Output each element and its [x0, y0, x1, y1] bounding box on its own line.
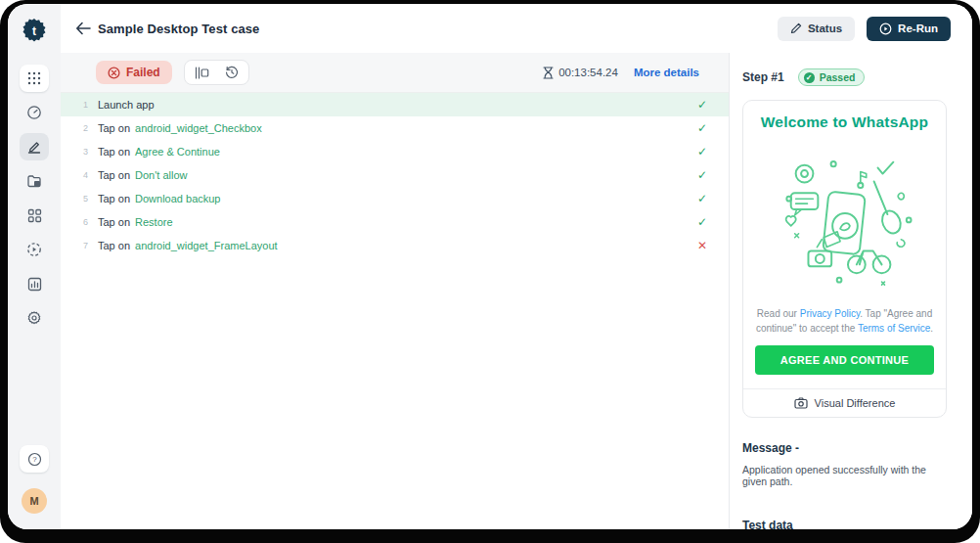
step-target-link[interactable]: android_widget_FrameLayout [135, 240, 278, 251]
step-row[interactable]: 6Tap onRestore✓ [61, 210, 729, 234]
visual-difference-button[interactable]: Visual Difference [743, 388, 946, 417]
step-passed-check-icon: ✓ [697, 122, 707, 134]
sidebar-item-settings[interactable] [20, 304, 49, 332]
step-number: 5 [61, 194, 98, 204]
timer-value: 00:13:54.24 [558, 67, 618, 78]
reports-chart-icon [27, 277, 42, 292]
folder-icon [26, 173, 42, 189]
back-arrow-icon [75, 22, 91, 35]
agree-and-continue-button[interactable]: AGREE AND CONTINUE [755, 345, 934, 375]
step-action-label: Tap on [98, 193, 130, 204]
steps-toolbar: Failed [61, 53, 729, 92]
more-details-link[interactable]: More details [634, 67, 699, 78]
sidebar-item-projects[interactable] [20, 167, 49, 195]
svg-text:?: ? [32, 455, 37, 464]
sidebar-item-editor[interactable] [20, 133, 49, 160]
rerun-play-icon [879, 23, 892, 35]
settings-gear-icon [26, 310, 42, 326]
back-button[interactable] [72, 18, 94, 39]
step-passed-check-icon: ✓ [697, 99, 707, 111]
svg-text:t: t [32, 24, 36, 38]
step-number: 1 [61, 100, 98, 110]
step-row[interactable]: 7Tap onandroid_widget_FrameLayout✕ [61, 234, 729, 257]
step-row[interactable]: 3Tap onAgree & Continue✓ [61, 140, 729, 163]
failed-x-circle-icon [108, 67, 120, 79]
step-number: 4 [61, 170, 98, 180]
message-body: Application opened successfully with the… [742, 464, 947, 487]
step-number: 2 [61, 123, 98, 133]
sidebar: t [8, 4, 61, 529]
sidebar-item-test-runs[interactable] [20, 236, 49, 263]
rerun-button[interactable]: Re-Run [867, 17, 951, 41]
sidebar-item-modules[interactable] [20, 202, 49, 229]
step-action-label: Tap on [98, 122, 130, 134]
help-icon: ? [27, 452, 42, 467]
step-number: 6 [61, 217, 98, 227]
step-passed-check-icon: ✓ [697, 193, 707, 204]
edit-pencil-icon [26, 139, 42, 155]
whatsapp-welcome-title: Welcome to WhatsApp [755, 113, 934, 131]
step-target-link[interactable]: Agree & Continue [135, 146, 220, 158]
step-action-label: Tap on [98, 169, 130, 181]
sidebar-item-dashboard[interactable] [20, 99, 49, 126]
app-window: t [8, 4, 972, 529]
step-target-link[interactable]: Restore [135, 216, 173, 228]
sidebar-item-apps[interactable] [20, 65, 49, 92]
user-avatar[interactable]: M [22, 488, 47, 514]
view-toggle-group [184, 60, 249, 85]
testgrid-logo-icon: t [22, 18, 47, 43]
privacy-policy-link[interactable]: Privacy Policy [800, 308, 861, 319]
failed-status-badge[interactable]: Failed [96, 61, 172, 84]
hourglass-icon [543, 67, 554, 79]
step-screenshot-card: Welcome to WhatsApp [742, 100, 947, 418]
message-title: Message - [742, 441, 947, 455]
pencil-icon [790, 23, 802, 34]
step-number: 7 [61, 241, 98, 250]
step-row[interactable]: 2Tap onandroid_widget_Checkbox✓ [61, 116, 729, 140]
test-data-title: Test data [742, 519, 947, 529]
sidebar-item-help[interactable]: ? [20, 445, 49, 473]
step-action-label: Tap on [98, 240, 130, 251]
step-detail-title: Step #1 [742, 70, 784, 84]
device-frame: t [0, 0, 980, 543]
step-number: 3 [61, 147, 98, 157]
step-target-link[interactable]: Download backup [135, 193, 220, 204]
split-view-button[interactable] [195, 67, 209, 79]
terms-of-service-link[interactable]: Terms of Service [858, 323, 930, 334]
apps-grid-icon [27, 71, 41, 85]
step-target-link[interactable]: Don't allow [135, 169, 187, 181]
top-bar: Sample Desktop Test case Status Re-Ru [61, 4, 972, 53]
step-action-label: Launch app [98, 99, 155, 111]
camera-icon [794, 397, 808, 409]
step-row[interactable]: 4Tap onDon't allow✓ [61, 163, 729, 187]
step-row[interactable]: 1Launch app✓ [61, 93, 729, 116]
passed-badge: ✓ Passed [798, 68, 866, 86]
speedometer-icon [26, 105, 42, 120]
modules-grid-icon [27, 208, 42, 223]
step-detail-panel: Step #1 ✓ Passed Welcome to WhatsApp [729, 53, 972, 529]
steps-panel: Failed [61, 53, 729, 529]
split-view-icon [195, 67, 209, 79]
elapsed-timer: 00:13:54.24 [543, 67, 618, 79]
device-screenshot: Welcome to WhatsApp [743, 101, 946, 388]
privacy-text: Read our Privacy Policy. Tap "Agree and … [755, 307, 934, 336]
step-passed-check-icon: ✓ [697, 216, 707, 228]
history-icon [225, 66, 239, 79]
step-target-link[interactable]: android_widget_Checkbox [135, 122, 262, 134]
status-button[interactable]: Status [778, 17, 855, 41]
step-failed-x-icon: ✕ [697, 240, 707, 251]
run-play-icon [26, 242, 42, 257]
history-button[interactable] [225, 66, 239, 79]
step-passed-check-icon: ✓ [697, 146, 707, 158]
step-action-label: Tap on [98, 146, 130, 158]
steps-list: 1Launch app✓2Tap onandroid_widget_Checkb… [61, 92, 729, 529]
page-title: Sample Desktop Test case [98, 22, 259, 36]
step-row[interactable]: 5Tap onDownload backup✓ [61, 187, 729, 210]
passed-check-icon: ✓ [804, 72, 815, 83]
step-passed-check-icon: ✓ [697, 169, 707, 181]
step-action-label: Tap on [98, 216, 130, 228]
whatsapp-doodle-image [768, 139, 922, 294]
sidebar-item-reports[interactable] [20, 270, 49, 297]
